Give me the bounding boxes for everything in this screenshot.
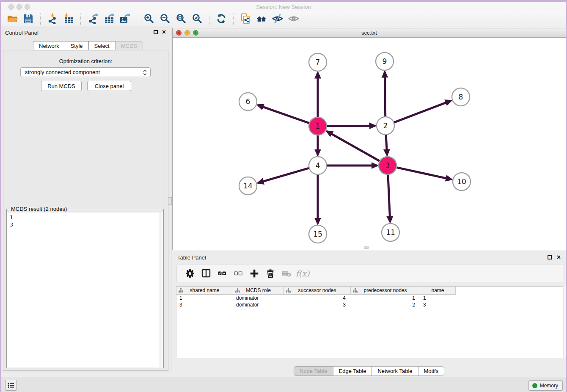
result-scrollbar[interactable] — [159, 213, 162, 367]
add-column-icon[interactable] — [248, 268, 261, 279]
zoom-out-icon[interactable] — [158, 12, 172, 25]
close-table-panel-icon[interactable]: × — [557, 254, 561, 261]
tab-motifs[interactable]: Motifs — [418, 366, 445, 376]
export-table-icon[interactable] — [102, 12, 116, 25]
network-canvas[interactable]: 7968124314101511 — [173, 38, 566, 250]
tab-style[interactable]: Style — [65, 41, 89, 50]
graph-edge-2-3[interactable] — [386, 135, 387, 155]
export-network-icon[interactable] — [86, 12, 99, 25]
table-cell[interactable]: 1 — [351, 295, 420, 301]
graph-edge-4-14[interactable] — [258, 168, 308, 183]
import-network-icon[interactable] — [46, 12, 59, 25]
zoom-selected-icon[interactable] — [190, 12, 204, 25]
graph-node-3[interactable]: 3 — [379, 157, 396, 174]
memory-status-icon — [532, 383, 537, 388]
table-scrollbar[interactable] — [563, 286, 566, 358]
optimization-criterion-label: Optimization criterion: — [3, 58, 168, 64]
clear-selection-icon[interactable] — [232, 268, 245, 279]
hide-glyphs-icon[interactable] — [271, 12, 284, 25]
table-cell[interactable]: 1 — [420, 295, 456, 301]
clone-network-icon[interactable] — [239, 12, 252, 25]
criterion-select[interactable]: strongly connected component — [20, 67, 151, 77]
column-header-predecessor-nodes[interactable]: predecessor nodes — [351, 287, 420, 295]
graph-edge-3-10[interactable] — [396, 168, 451, 179]
graph-node-7[interactable]: 7 — [309, 53, 327, 71]
table-row[interactable]: 3dominator323 — [176, 301, 564, 308]
delete-column-icon[interactable] — [264, 268, 277, 279]
divider-grip[interactable] — [168, 197, 172, 205]
column-header-mcds-role[interactable]: MCDS role — [233, 287, 284, 295]
svg-text:3: 3 — [385, 161, 390, 170]
float-table-panel-icon[interactable] — [548, 255, 552, 259]
home-icon[interactable] — [255, 12, 268, 25]
memory-button[interactable]: Memory — [528, 380, 563, 391]
task-history-button[interactable] — [5, 380, 17, 391]
graph-node-14[interactable]: 14 — [239, 177, 257, 195]
graph-node-10[interactable]: 10 — [453, 173, 471, 190]
tab-edge-table[interactable]: Edge Table — [333, 366, 372, 376]
graph-edge-1-6[interactable] — [258, 105, 309, 123]
column-header-shared-name[interactable]: shared name — [176, 287, 233, 295]
list-icon — [8, 382, 14, 388]
table-cell[interactable]: 3 — [420, 301, 456, 308]
tab-network-table[interactable]: Network Table — [372, 366, 418, 376]
column-header-successor-nodes[interactable]: successor nodes — [284, 287, 351, 295]
graph-node-15[interactable]: 15 — [309, 225, 327, 243]
table-cell[interactable]: 1 — [176, 295, 233, 301]
select-all-icon[interactable] — [216, 268, 228, 279]
refresh-view-icon[interactable] — [215, 12, 228, 25]
table-cell[interactable]: 3 — [176, 301, 233, 308]
close-panel-button[interactable]: Close panel — [87, 81, 131, 91]
graph-node-1[interactable]: 1 — [309, 117, 327, 135]
svg-text:7: 7 — [316, 58, 320, 66]
graph-node-6[interactable]: 6 — [239, 93, 257, 110]
show-glyphs-icon[interactable] — [287, 12, 300, 25]
status-bar: Memory — [0, 378, 567, 392]
control-panel-tabs: NetworkStyleSelectMCDS — [33, 41, 143, 50]
graph-node-2[interactable]: 2 — [377, 117, 394, 135]
export-image-icon[interactable] — [118, 12, 132, 25]
toolbar-separator — [40, 13, 41, 25]
tab-network[interactable]: Network — [33, 41, 65, 50]
save-session-icon[interactable] — [22, 12, 35, 25]
table-cell[interactable]: dominator — [233, 301, 284, 308]
network-window-titlebar[interactable]: × − + scc.txt — [173, 28, 566, 38]
svg-text:11: 11 — [386, 228, 395, 237]
canvas-scroll-grip[interactable] — [364, 246, 369, 249]
criterion-value: strongly connected component — [25, 69, 100, 75]
graph-edge-3-11[interactable] — [388, 175, 390, 222]
run-mcds-button[interactable]: Run MCDS — [41, 81, 82, 91]
split-view-icon[interactable] — [200, 268, 212, 279]
settings-icon[interactable] — [184, 268, 196, 279]
zoom-fit-icon[interactable] — [174, 12, 188, 25]
graph-edge-2-9[interactable] — [385, 72, 385, 116]
tab-node-table[interactable]: Node Table — [294, 366, 333, 376]
open-session-icon[interactable] — [6, 12, 19, 25]
table-panel-title: Table Panel — [177, 254, 206, 261]
table-cell[interactable]: 4 — [284, 295, 351, 301]
float-panel-icon[interactable] — [154, 30, 158, 34]
graph-node-4[interactable]: 4 — [309, 157, 327, 174]
control-panel: Control Panel × NetworkStyleSelectMCDS O… — [1, 26, 171, 373]
tab-mcds[interactable]: MCDS — [115, 41, 143, 50]
graph-edge-2-8[interactable] — [394, 101, 451, 122]
graph-edge-3-1[interactable] — [327, 132, 380, 161]
graph-node-8[interactable]: 8 — [452, 88, 470, 106]
close-panel-icon[interactable]: × — [162, 28, 166, 36]
table-row[interactable]: 1dominator411 — [176, 295, 564, 301]
svg-text:4: 4 — [316, 161, 320, 170]
tab-select[interactable]: Select — [88, 41, 116, 50]
graph-edge-1-2[interactable] — [327, 126, 375, 126]
graph-node-9[interactable]: 9 — [376, 52, 394, 70]
import-table-icon[interactable] — [62, 12, 75, 25]
node-table: shared nameMCDS rolesuccessor nodesprede… — [176, 286, 564, 358]
mcds-result-text[interactable]: 1 3 — [7, 213, 163, 367]
svg-text:15: 15 — [313, 230, 322, 238]
svg-text:6: 6 — [246, 97, 250, 106]
column-header-name[interactable]: name — [420, 287, 456, 295]
graph-node-11[interactable]: 11 — [382, 224, 399, 241]
table-cell[interactable]: 3 — [284, 301, 351, 308]
zoom-in-icon[interactable] — [142, 12, 156, 25]
table-cell[interactable]: dominator — [233, 295, 284, 301]
table-cell[interactable]: 2 — [351, 301, 420, 308]
